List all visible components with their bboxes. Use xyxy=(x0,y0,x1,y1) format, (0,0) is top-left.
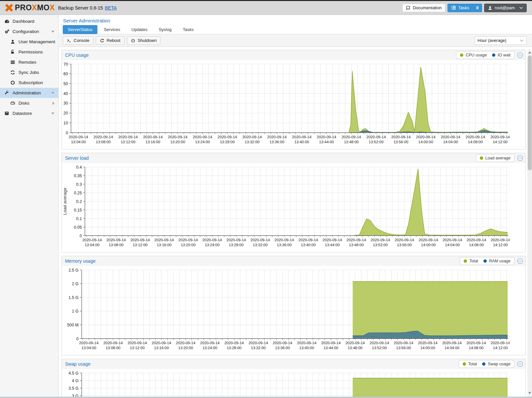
svg-text:13:16:00: 13:16:00 xyxy=(157,243,172,247)
terminal-icon xyxy=(67,38,71,43)
legend-item[interactable]: Swap usage xyxy=(482,362,511,366)
svg-text:14:04:00: 14:04:00 xyxy=(445,243,460,247)
svg-text:14:12:00: 14:12:00 xyxy=(493,243,508,247)
time-range-select[interactable]: Hour (average) xyxy=(475,36,527,45)
svg-text:2020-09-14: 2020-09-14 xyxy=(273,341,292,345)
memory-usage-legend[interactable]: Total RAM usage xyxy=(460,257,514,265)
svg-text:0: 0 xyxy=(80,234,82,238)
legend-item[interactable]: Total xyxy=(464,259,478,263)
documentation-button[interactable]: Documentation xyxy=(402,4,445,12)
collapse-panel-button[interactable] xyxy=(517,52,523,58)
svg-text:14:00:00: 14:00:00 xyxy=(420,346,435,350)
svg-text:2020-09-14: 2020-09-14 xyxy=(152,341,171,345)
svg-text:0: 0 xyxy=(66,131,68,135)
swap-usage-legend[interactable]: Total Swap usage xyxy=(459,360,514,368)
toolbar: Console Reboot Shutdown Hour (average) xyxy=(59,34,532,47)
svg-text:2020-09-14: 2020-09-14 xyxy=(82,238,102,242)
legend-item[interactable]: IO wait xyxy=(492,53,511,57)
sidebar-item-configuration[interactable]: Configuration xyxy=(0,26,58,37)
legend-item[interactable]: Load average xyxy=(480,156,511,160)
legend-dot-blue xyxy=(482,362,485,366)
legend-item[interactable]: Total xyxy=(463,362,477,366)
power-icon xyxy=(131,38,135,43)
server-load-legend[interactable]: Load average xyxy=(476,154,514,162)
svg-text:14:12:00: 14:12:00 xyxy=(493,346,508,350)
scroll-up-arrow-icon[interactable] xyxy=(528,51,531,53)
unlock-icon xyxy=(10,50,16,55)
svg-text:2020-09-14: 2020-09-14 xyxy=(127,341,147,345)
sidebar-item-remotes[interactable]: Remotes xyxy=(0,57,58,67)
datastore-icon xyxy=(4,111,10,116)
swap-usage-panel-header: Swap usage Total Swap usage xyxy=(62,359,525,369)
tab-syslog[interactable]: Syslog xyxy=(154,25,176,34)
legend-item[interactable]: RAM usage xyxy=(483,259,511,263)
collapse-panel-button[interactable] xyxy=(517,361,523,367)
svg-text:2020-09-14: 2020-09-14 xyxy=(299,238,318,242)
panel-title: CPU usage xyxy=(65,52,89,58)
svg-text:13:40:00: 13:40:00 xyxy=(299,346,314,350)
vertical-scrollbar[interactable] xyxy=(527,50,532,397)
user-icon xyxy=(10,39,16,45)
legend-item[interactable]: CPU usage xyxy=(460,53,487,57)
chevron-down-icon[interactable] xyxy=(51,31,54,33)
svg-text:2020-09-14: 2020-09-14 xyxy=(274,238,294,242)
svg-text:2020-09-14: 2020-09-14 xyxy=(200,341,220,345)
chevron-down-icon[interactable] xyxy=(51,92,54,94)
sidebar-item-sync-jobs[interactable]: Sync Jobs xyxy=(0,67,58,78)
reboot-button[interactable]: Reboot xyxy=(96,36,124,45)
sidebar-item-disks[interactable]: Disks xyxy=(0,98,58,108)
svg-text:2020-09-14: 2020-09-14 xyxy=(118,135,138,139)
sidebar-item-permissions[interactable]: Permissions xyxy=(0,47,58,57)
scroll-down-arrow-icon[interactable] xyxy=(528,392,531,394)
svg-text:13:52:00: 13:52:00 xyxy=(373,243,388,247)
panel-title: Swap usage xyxy=(65,361,90,367)
tab-tasks[interactable]: Tasks xyxy=(178,25,198,34)
chevron-right-icon[interactable] xyxy=(53,102,54,105)
tasks-button[interactable]: Tasks 0 xyxy=(447,4,482,12)
beta-link[interactable]: BETA xyxy=(105,5,117,11)
svg-text:Load average: Load average xyxy=(62,188,67,215)
svg-text:4 G: 4 G xyxy=(72,379,79,383)
collapse-panel-button[interactable] xyxy=(517,258,523,264)
svg-text:13:16:00: 13:16:00 xyxy=(146,140,160,144)
svg-text:2020-09-14: 2020-09-14 xyxy=(249,341,268,345)
user-menu-button[interactable]: root@pam xyxy=(484,4,527,12)
svg-text:14:08:00: 14:08:00 xyxy=(469,243,484,247)
svg-text:14:00:00: 14:00:00 xyxy=(418,140,433,144)
sidebar-item-datastore[interactable]: Datastore xyxy=(0,108,58,118)
svg-text:13:16:00: 13:16:00 xyxy=(154,346,169,350)
disk-icon xyxy=(10,101,16,106)
tab-serverstatus[interactable]: ServerStatus xyxy=(63,25,97,34)
svg-text:14:00:00: 14:00:00 xyxy=(421,243,436,247)
sidebar-item-user-management[interactable]: User Management xyxy=(0,37,58,47)
book-icon xyxy=(406,6,410,10)
svg-text:13:44:00: 13:44:00 xyxy=(325,243,340,247)
dashboard-icon xyxy=(4,19,10,24)
cpu-usage-panel-header: CPU usage CPU usage IO wait xyxy=(62,50,525,60)
svg-text:2020-09-14: 2020-09-14 xyxy=(323,238,342,242)
svg-text:2020-09-14: 2020-09-14 xyxy=(367,135,386,139)
collapse-panel-button[interactable] xyxy=(517,155,523,161)
svg-text:2020-09-14: 2020-09-14 xyxy=(371,238,390,242)
shutdown-button[interactable]: Shutdown xyxy=(127,36,161,45)
remotes-icon xyxy=(10,60,16,65)
svg-text:2.5 G: 2.5 G xyxy=(68,268,79,273)
sidebar-item-administration[interactable]: Administration xyxy=(0,88,58,98)
scrollbar-thumb[interactable] xyxy=(528,55,532,170)
svg-text:3.5 G: 3.5 G xyxy=(68,386,79,391)
sidebar-item-subscription[interactable]: Subscription xyxy=(0,78,58,88)
svg-text:2020-09-14: 2020-09-14 xyxy=(143,135,162,139)
svg-text:2020-09-14: 2020-09-14 xyxy=(416,135,436,139)
sidebar-item-dashboard[interactable]: Dashboard xyxy=(0,16,58,26)
cpu-usage-legend[interactable]: CPU usage IO wait xyxy=(456,51,514,59)
svg-text:14:04:00: 14:04:00 xyxy=(444,346,459,350)
tab-services[interactable]: Services xyxy=(99,25,125,34)
svg-text:13:36:00: 13:36:00 xyxy=(277,243,292,247)
tab-updates[interactable]: Updates xyxy=(126,25,152,34)
svg-text:13:48:00: 13:48:00 xyxy=(344,140,359,144)
panel-title: Server load xyxy=(65,155,89,161)
svg-text:2020-09-14: 2020-09-14 xyxy=(106,238,126,242)
chevron-down-icon[interactable] xyxy=(51,113,54,115)
svg-text:13:36:00: 13:36:00 xyxy=(275,346,290,350)
console-button[interactable]: Console xyxy=(63,36,93,45)
